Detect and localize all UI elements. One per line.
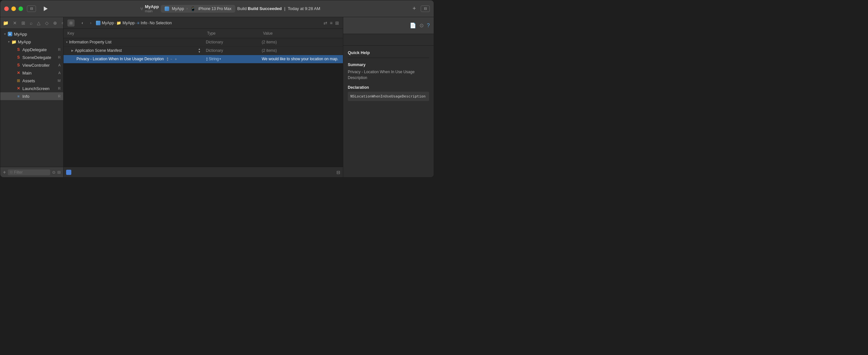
panel-header-icons: 📄 ⊙ ? bbox=[410, 22, 430, 29]
split-editor-icon[interactable]: ⊟ bbox=[336, 170, 340, 175]
quick-help-icon[interactable]: ? bbox=[427, 23, 430, 29]
sidebar: 📁 ✕ ⊞ ⌕ △ ◇ ⊕ ▭ ⊡ ▾ A bbox=[0, 17, 64, 177]
title-center: ⑂ MyApp main MyApp › 📱 iPhone 13 Pro Max… bbox=[50, 4, 410, 13]
sidebar-item-main[interactable]: ✕ Main A bbox=[0, 69, 63, 77]
app-title: MyApp bbox=[145, 4, 159, 9]
breadcrumb-myapp-folder[interactable]: 📁 MyApp bbox=[116, 21, 134, 25]
info-prop-disclosure[interactable]: ▾ bbox=[66, 40, 68, 44]
diamond-navigator-icon[interactable]: ◇ bbox=[45, 21, 49, 26]
assets-label: Assets bbox=[22, 78, 56, 83]
folder-navigator-icon[interactable]: 📁 bbox=[3, 21, 8, 26]
editor-footer: ⊟ bbox=[64, 167, 343, 177]
add-file-button[interactable]: + bbox=[3, 169, 6, 175]
sidebar-footer: + ⊟ ⊙ ⊟ bbox=[0, 167, 63, 177]
plus-navigator-icon[interactable]: ⊕ bbox=[53, 21, 57, 26]
breadcrumb-actions: ⇄ ≡ ⊞ bbox=[323, 21, 339, 26]
sort-icon[interactable]: ⊟ bbox=[57, 170, 61, 174]
swift-scenedelegate-icon: S bbox=[16, 55, 21, 60]
device-selector[interactable]: MyApp › 📱 iPhone 13 Pro Max bbox=[161, 5, 235, 13]
right-panel-icon: ⊟ bbox=[424, 6, 427, 11]
privacy-action-buttons: ▲▼ － ＋ bbox=[166, 57, 178, 62]
privacy-minus-btn[interactable]: － bbox=[169, 57, 173, 62]
sidebar-item-launchscreen[interactable]: ✕ LaunchScreen R bbox=[0, 85, 63, 92]
sidebar-item-myapp-group[interactable]: ▾ A MyApp bbox=[0, 30, 63, 38]
app-scene-value-cell: (2 items) bbox=[259, 46, 343, 55]
plist-header-row: Key Type Value bbox=[64, 29, 343, 38]
recent-files-icon[interactable]: ⊙ bbox=[52, 170, 55, 174]
close-button[interactable] bbox=[4, 6, 9, 11]
app-branch: main bbox=[145, 9, 159, 13]
myapp-folder-disclosure: ▾ bbox=[7, 40, 11, 44]
privacy-type-label: String bbox=[209, 57, 219, 61]
toolbar-icons: 📁 ✕ ⊞ ⌕ △ ◇ ⊕ ▭ ⊡ bbox=[3, 21, 64, 26]
info-prop-type-label: Dictionary bbox=[206, 40, 223, 44]
breadcrumb-sep-3: › bbox=[148, 21, 149, 25]
search-navigator-icon[interactable]: ⌕ bbox=[30, 21, 32, 26]
code-review-icon[interactable]: ≡ bbox=[330, 21, 333, 26]
sidebar-item-appdelegate[interactable]: S AppDelegate R bbox=[0, 46, 63, 54]
sidebar-item-viewcontroller[interactable]: S ViewController A bbox=[0, 61, 63, 69]
sidebar-toggle-icon: ⊟ bbox=[30, 6, 33, 11]
filter-input[interactable] bbox=[14, 170, 48, 174]
filter-input-wrapper: ⊟ bbox=[8, 169, 50, 175]
build-status: Build Build Succeeded | Today at 9:28 AM bbox=[237, 6, 320, 11]
sidebar-item-info[interactable]: ≡ Info R bbox=[0, 92, 63, 100]
viewcontroller-badge: A bbox=[58, 63, 61, 67]
privacy-key-cell: Privacy - Location When In Use Usage Des… bbox=[64, 55, 203, 63]
launchscreen-label: LaunchScreen bbox=[22, 86, 57, 91]
table-row[interactable]: ▶ Application Scene Manifest ▲▼ Dictiona… bbox=[64, 46, 343, 55]
app-scene-key-cell: ▶ Application Scene Manifest ▲▼ bbox=[64, 46, 203, 55]
table-row[interactable]: Privacy - Location When In Use Usage Des… bbox=[64, 55, 343, 63]
breadcrumb-no-selection[interactable]: No Selection bbox=[150, 21, 172, 25]
file-inspector-icon[interactable]: 📄 bbox=[410, 22, 416, 29]
app-scene-disclosure[interactable]: ▶ bbox=[71, 49, 73, 52]
minimize-button[interactable] bbox=[11, 6, 16, 11]
privacy-type-cell[interactable]: ▲▼ String ▾ bbox=[203, 55, 259, 63]
privacy-value-label: We would like to show your location on m… bbox=[261, 57, 338, 61]
breadcrumb-info[interactable]: ≡ Info bbox=[137, 21, 147, 25]
folder-icon: 📁 bbox=[11, 39, 17, 44]
maximize-button[interactable] bbox=[19, 6, 23, 11]
add-button[interactable]: + bbox=[410, 5, 418, 13]
table-row[interactable]: ▾ Information Property List Dictionary (… bbox=[64, 38, 343, 46]
quick-help-summary-heading: Summary bbox=[348, 63, 429, 67]
quick-help-header: 📄 ⊙ ? bbox=[343, 17, 434, 34]
sidebar-item-scenedelegate[interactable]: S SceneDelegate R bbox=[0, 54, 63, 61]
breadcrumb-myapp-scheme[interactable]: MyApp bbox=[96, 21, 114, 25]
app-scene-stepper[interactable]: ▲▼ bbox=[198, 47, 200, 54]
titlebar: ⊟ ⑂ MyApp main MyApp › 📱 iPhone 13 Pro M… bbox=[0, 0, 434, 17]
quick-help-declaration-text: NSLocationWhenInUseUsageDescription bbox=[348, 92, 429, 101]
myapp-folder-label: MyApp bbox=[18, 39, 61, 44]
breadcrumb-bar: ⊞ ‹ › MyApp › 📁 MyApp › bbox=[64, 17, 343, 29]
add-editor-icon[interactable]: ⊞ bbox=[335, 21, 339, 26]
app-title-block: MyApp main bbox=[145, 4, 159, 13]
sidebar-item-myapp-folder[interactable]: ▾ 📁 MyApp bbox=[0, 38, 63, 46]
scheme-name: MyApp bbox=[172, 6, 184, 11]
warning-navigator-icon[interactable]: △ bbox=[37, 21, 40, 26]
build-time: Today at 9:28 AM bbox=[288, 6, 320, 11]
run-button[interactable] bbox=[41, 4, 50, 13]
sidebar-toggle-button[interactable]: ⊟ bbox=[27, 5, 36, 12]
myapp-group-label: MyApp bbox=[14, 32, 61, 37]
related-items-icon[interactable]: ⇄ bbox=[323, 21, 328, 26]
back-nav-button[interactable]: ‹ bbox=[79, 20, 86, 26]
right-panel-toggle-button[interactable]: ⊟ bbox=[421, 5, 430, 12]
sidebar-item-assets[interactable]: ⊞ Assets M bbox=[0, 77, 63, 85]
x-navigator-icon[interactable]: ✕ bbox=[13, 21, 17, 26]
appdelegate-label: AppDelegate bbox=[22, 47, 57, 52]
privacy-stepper[interactable]: ▲▼ bbox=[166, 57, 168, 61]
quick-help-declaration-heading: Declaration bbox=[348, 85, 429, 90]
scenedelegate-label: SceneDelegate bbox=[22, 55, 57, 60]
breadcrumb-sep-1: › bbox=[115, 21, 116, 25]
forward-nav-button[interactable]: › bbox=[88, 20, 94, 26]
privacy-plus-btn[interactable]: ＋ bbox=[174, 57, 178, 62]
info-label: Info bbox=[22, 94, 57, 99]
history-icon[interactable]: ⊙ bbox=[420, 22, 424, 29]
grid-editor-mode[interactable]: ⊞ bbox=[67, 20, 74, 27]
main-content: 📁 ✕ ⊞ ⌕ △ ◇ ⊕ ▭ ⊡ ▾ A bbox=[0, 17, 434, 177]
play-icon bbox=[44, 6, 48, 11]
grid-navigator-icon[interactable]: ⊞ bbox=[21, 21, 25, 26]
breadcrumb-folder-label: MyApp bbox=[123, 21, 134, 25]
plist-info-icon: ≡ bbox=[16, 94, 21, 99]
breadcrumb-app-icon bbox=[96, 21, 100, 25]
